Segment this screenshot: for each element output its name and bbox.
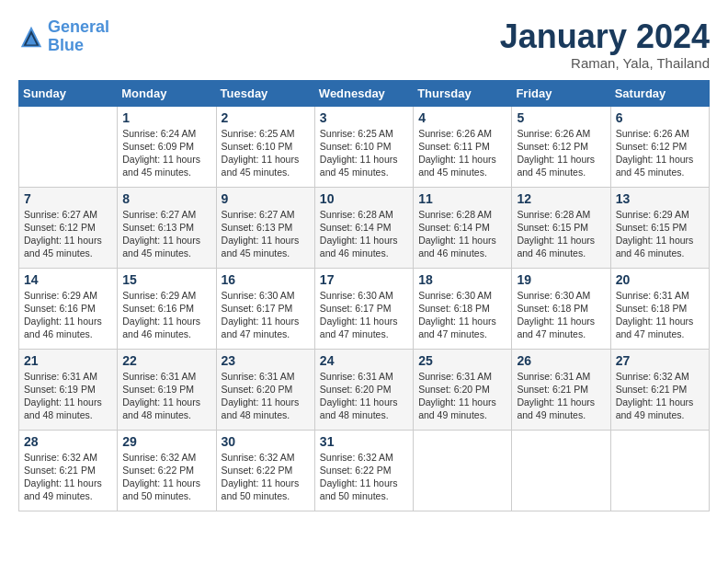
cell-info: Sunrise: 6:32 AMSunset: 6:22 PMDaylight:… [222,451,310,503]
calendar-cell: 21Sunrise: 6:31 AMSunset: 6:19 PMDayligh… [19,349,118,430]
day-number: 10 [320,191,408,206]
day-number: 20 [616,272,704,287]
calendar-cell [19,106,118,187]
calendar-cell: 17Sunrise: 6:30 AMSunset: 6:17 PMDayligh… [314,268,413,349]
calendar-cell: 9Sunrise: 6:27 AMSunset: 6:13 PMDaylight… [216,187,314,268]
calendar-cell: 1Sunrise: 6:24 AMSunset: 6:09 PMDaylight… [118,106,216,187]
logo-text: General Blue [48,18,109,55]
day-number: 5 [517,110,605,125]
cell-info: Sunrise: 6:30 AMSunset: 6:17 PMDaylight:… [222,289,310,341]
cell-info: Sunrise: 6:32 AMSunset: 6:22 PMDaylight:… [122,451,210,503]
cell-info: Sunrise: 6:30 AMSunset: 6:17 PMDaylight:… [320,289,408,341]
day-number: 1 [122,110,210,125]
day-number: 26 [517,353,605,368]
cell-info: Sunrise: 6:27 AMSunset: 6:12 PMDaylight:… [24,208,112,260]
calendar-cell: 28Sunrise: 6:32 AMSunset: 6:21 PMDayligh… [19,430,118,511]
calendar-cell: 8Sunrise: 6:27 AMSunset: 6:13 PMDaylight… [118,187,216,268]
day-number: 19 [517,272,605,287]
day-number: 8 [122,191,210,206]
cell-info: Sunrise: 6:24 AMSunset: 6:09 PMDaylight:… [122,127,210,179]
day-number: 17 [320,272,408,287]
calendar-cell: 25Sunrise: 6:31 AMSunset: 6:20 PMDayligh… [414,349,512,430]
calendar-body: 1Sunrise: 6:24 AMSunset: 6:09 PMDaylight… [19,106,710,511]
cell-info: Sunrise: 6:26 AMSunset: 6:11 PMDaylight:… [418,127,506,179]
day-number: 13 [616,191,704,206]
day-number: 2 [222,110,310,125]
calendar-cell: 23Sunrise: 6:31 AMSunset: 6:20 PMDayligh… [216,349,314,430]
calendar-week-2: 7Sunrise: 6:27 AMSunset: 6:12 PMDaylight… [19,187,710,268]
month-title: January 2024 [500,18,710,55]
day-number: 18 [418,272,506,287]
calendar-cell: 5Sunrise: 6:26 AMSunset: 6:12 PMDaylight… [512,106,610,187]
cell-info: Sunrise: 6:27 AMSunset: 6:13 PMDaylight:… [222,208,310,260]
day-number: 30 [222,434,310,449]
cell-info: Sunrise: 6:32 AMSunset: 6:22 PMDaylight:… [320,451,408,503]
day-number: 12 [517,191,605,206]
page-header: General Blue January 2024 Raman, Yala, T… [18,18,710,71]
calendar-week-5: 28Sunrise: 6:32 AMSunset: 6:21 PMDayligh… [19,430,710,511]
cell-info: Sunrise: 6:29 AMSunset: 6:15 PMDaylight:… [616,208,704,260]
calendar-cell: 3Sunrise: 6:25 AMSunset: 6:10 PMDaylight… [314,106,413,187]
day-number: 28 [24,434,112,449]
day-number: 15 [122,272,210,287]
calendar-cell: 20Sunrise: 6:31 AMSunset: 6:18 PMDayligh… [610,268,709,349]
weekday-header-saturday: Saturday [610,80,709,106]
day-number: 16 [222,272,310,287]
calendar-cell: 31Sunrise: 6:32 AMSunset: 6:22 PMDayligh… [314,430,413,511]
cell-info: Sunrise: 6:31 AMSunset: 6:19 PMDaylight:… [24,370,112,422]
day-number: 3 [320,110,408,125]
calendar-week-3: 14Sunrise: 6:29 AMSunset: 6:16 PMDayligh… [19,268,710,349]
calendar-cell: 22Sunrise: 6:31 AMSunset: 6:19 PMDayligh… [118,349,216,430]
cell-info: Sunrise: 6:28 AMSunset: 6:14 PMDaylight:… [320,208,408,260]
weekday-header-sunday: Sunday [19,80,118,106]
logo-icon [18,24,44,50]
day-number: 9 [222,191,310,206]
cell-info: Sunrise: 6:27 AMSunset: 6:13 PMDaylight:… [122,208,210,260]
cell-info: Sunrise: 6:30 AMSunset: 6:18 PMDaylight:… [517,289,605,341]
weekday-header-monday: Monday [118,80,216,106]
day-number: 6 [616,110,704,125]
cell-info: Sunrise: 6:26 AMSunset: 6:12 PMDaylight:… [517,127,605,179]
weekday-header-thursday: Thursday [414,80,512,106]
calendar-cell [414,430,512,511]
calendar-cell: 10Sunrise: 6:28 AMSunset: 6:14 PMDayligh… [314,187,413,268]
calendar-cell: 16Sunrise: 6:30 AMSunset: 6:17 PMDayligh… [216,268,314,349]
day-number: 23 [222,353,310,368]
calendar-table: SundayMondayTuesdayWednesdayThursdayFrid… [18,80,710,511]
calendar-cell: 11Sunrise: 6:28 AMSunset: 6:14 PMDayligh… [414,187,512,268]
cell-info: Sunrise: 6:25 AMSunset: 6:10 PMDaylight:… [222,127,310,179]
calendar-header-row: SundayMondayTuesdayWednesdayThursdayFrid… [19,80,710,106]
calendar-cell: 6Sunrise: 6:26 AMSunset: 6:12 PMDaylight… [610,106,709,187]
day-number: 14 [24,272,112,287]
calendar-cell: 27Sunrise: 6:32 AMSunset: 6:21 PMDayligh… [610,349,709,430]
calendar-cell: 7Sunrise: 6:27 AMSunset: 6:12 PMDaylight… [19,187,118,268]
title-block: January 2024 Raman, Yala, Thailand [500,18,710,71]
cell-info: Sunrise: 6:28 AMSunset: 6:15 PMDaylight:… [517,208,605,260]
day-number: 25 [418,353,506,368]
calendar-week-4: 21Sunrise: 6:31 AMSunset: 6:19 PMDayligh… [19,349,710,430]
cell-info: Sunrise: 6:29 AMSunset: 6:16 PMDaylight:… [24,289,112,341]
cell-info: Sunrise: 6:30 AMSunset: 6:18 PMDaylight:… [418,289,506,341]
cell-info: Sunrise: 6:31 AMSunset: 6:20 PMDaylight:… [222,370,310,422]
day-number: 21 [24,353,112,368]
location: Raman, Yala, Thailand [500,55,710,71]
calendar-cell: 4Sunrise: 6:26 AMSunset: 6:11 PMDaylight… [414,106,512,187]
calendar-cell: 19Sunrise: 6:30 AMSunset: 6:18 PMDayligh… [512,268,610,349]
weekday-header-tuesday: Tuesday [216,80,314,106]
cell-info: Sunrise: 6:31 AMSunset: 6:18 PMDaylight:… [616,289,704,341]
cell-info: Sunrise: 6:26 AMSunset: 6:12 PMDaylight:… [616,127,704,179]
day-number: 24 [320,353,408,368]
day-number: 29 [122,434,210,449]
calendar-cell [512,430,610,511]
calendar-week-1: 1Sunrise: 6:24 AMSunset: 6:09 PMDaylight… [19,106,710,187]
cell-info: Sunrise: 6:32 AMSunset: 6:21 PMDaylight:… [24,451,112,503]
cell-info: Sunrise: 6:31 AMSunset: 6:20 PMDaylight:… [320,370,408,422]
cell-info: Sunrise: 6:28 AMSunset: 6:14 PMDaylight:… [418,208,506,260]
calendar-cell: 15Sunrise: 6:29 AMSunset: 6:16 PMDayligh… [118,268,216,349]
calendar-cell: 13Sunrise: 6:29 AMSunset: 6:15 PMDayligh… [610,187,709,268]
calendar-cell: 26Sunrise: 6:31 AMSunset: 6:21 PMDayligh… [512,349,610,430]
calendar-cell: 30Sunrise: 6:32 AMSunset: 6:22 PMDayligh… [216,430,314,511]
calendar-cell: 18Sunrise: 6:30 AMSunset: 6:18 PMDayligh… [414,268,512,349]
cell-info: Sunrise: 6:32 AMSunset: 6:21 PMDaylight:… [616,370,704,422]
cell-info: Sunrise: 6:31 AMSunset: 6:21 PMDaylight:… [517,370,605,422]
